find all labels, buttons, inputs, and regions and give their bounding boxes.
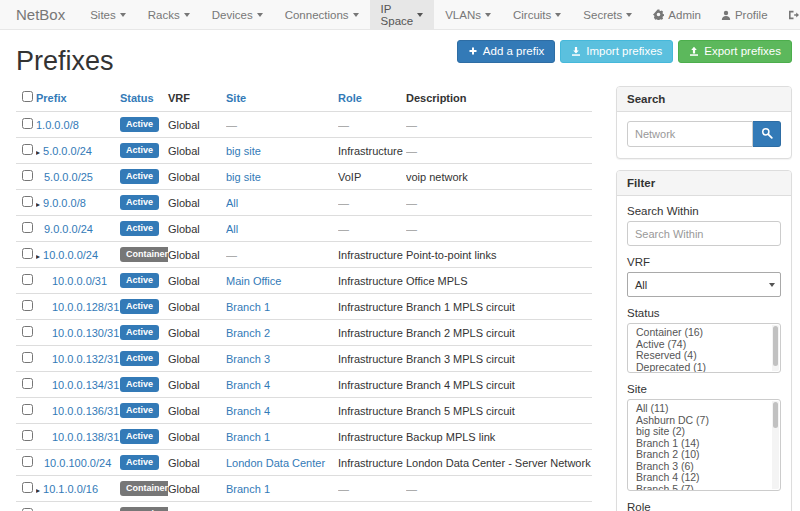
- site-link[interactable]: big site: [226, 145, 261, 157]
- site-option[interactable]: Branch 5 (7): [628, 484, 780, 492]
- site-link[interactable]: Branch 1: [226, 431, 270, 443]
- prefix-link[interactable]: 10.0.0.130/31: [52, 327, 119, 339]
- role-cell: Infrastructure: [338, 268, 406, 294]
- search-input[interactable]: [627, 121, 753, 147]
- row-checkbox[interactable]: [22, 196, 33, 207]
- site-link[interactable]: big site: [226, 171, 261, 183]
- nav-item-racks[interactable]: Racks: [137, 0, 201, 29]
- table-row: ▸5.0.0.0/24ActiveGlobalbig siteInfrastru…: [16, 138, 592, 164]
- row-checkbox[interactable]: [22, 144, 33, 155]
- vrf-cell: Global: [168, 476, 226, 502]
- prefix-link[interactable]: 10.0.100.0/24: [44, 457, 111, 469]
- column-sort-link[interactable]: Role: [338, 92, 362, 104]
- prefix-link[interactable]: 9.0.0.0/24: [44, 223, 93, 235]
- status-scrollbar[interactable]: [772, 325, 779, 371]
- nav-item-ip-space[interactable]: IP Space: [370, 0, 435, 29]
- nav-item-devices[interactable]: Devices: [201, 0, 274, 29]
- role-cell: Infrastructure: [338, 242, 406, 268]
- site-link[interactable]: All: [226, 197, 238, 209]
- site-link[interactable]: Branch 1: [226, 301, 270, 313]
- status-listbox[interactable]: Container (16)Active (74)Reserved (4)Dep…: [627, 323, 781, 373]
- status-option[interactable]: Reserved (4): [628, 350, 780, 362]
- column-sort-link[interactable]: Site: [226, 92, 246, 104]
- search-within-input[interactable]: [627, 221, 781, 246]
- prefix-link[interactable]: 10.0.0.132/31: [52, 353, 119, 365]
- site-option[interactable]: All (11): [628, 403, 780, 415]
- site-link[interactable]: Main Office: [226, 275, 281, 287]
- prefix-link[interactable]: 10.0.0.0/31: [52, 275, 107, 287]
- vrf-cell: Global: [168, 424, 226, 450]
- column-sort-link[interactable]: Status: [120, 92, 154, 104]
- export-prefixes-button[interactable]: Export prefixes: [678, 40, 792, 63]
- description-cell: London Data Center - Server Network: [406, 450, 592, 476]
- site-link[interactable]: Branch 1: [226, 483, 270, 495]
- nav-item-circuits[interactable]: Circuits: [502, 0, 572, 29]
- vrf-cell: Global: [168, 294, 226, 320]
- row-checkbox[interactable]: [22, 326, 33, 337]
- import-prefixes-button[interactable]: Import prefixes: [560, 40, 673, 63]
- column-sort-link[interactable]: Prefix: [36, 92, 67, 104]
- row-checkbox[interactable]: [22, 482, 33, 493]
- select-all-checkbox[interactable]: [22, 91, 33, 102]
- row-checkbox[interactable]: [22, 274, 33, 285]
- vrf-cell: Global: [168, 216, 226, 242]
- status-option[interactable]: Container (16): [628, 327, 780, 339]
- row-checkbox[interactable]: [22, 378, 33, 389]
- site-link[interactable]: Branch 4: [226, 405, 270, 417]
- prefix-link[interactable]: 10.0.0.134/31: [52, 379, 119, 391]
- row-checkbox[interactable]: [22, 404, 33, 415]
- site-link[interactable]: London Data Center: [226, 457, 325, 469]
- nav-item-secrets[interactable]: Secrets: [572, 0, 643, 29]
- nav-item-vlans[interactable]: VLANs: [434, 0, 502, 29]
- site-link[interactable]: Branch 4: [226, 379, 270, 391]
- row-checkbox[interactable]: [22, 456, 33, 467]
- brand[interactable]: NetBox: [0, 0, 79, 29]
- prefix-link[interactable]: 5.0.0.0/25: [44, 171, 93, 183]
- nav-item-sites[interactable]: Sites: [79, 0, 137, 29]
- search-within-label: Search Within: [627, 205, 781, 217]
- nav-item-admin[interactable]: Admin: [643, 0, 711, 29]
- row-checkbox[interactable]: [22, 248, 33, 259]
- prefix-link[interactable]: 1.0.0.0/8: [36, 119, 79, 131]
- table-row: 10.0.100.0/24ActiveGlobalLondon Data Cen…: [16, 450, 592, 476]
- add-a-prefix-button[interactable]: Add a prefix: [457, 40, 555, 63]
- vrf-select[interactable]: All: [627, 272, 781, 297]
- prefix-link[interactable]: 10.0.0.136/31: [52, 405, 119, 417]
- filter-panel-title: Filter: [617, 171, 791, 196]
- button-label: Export prefixes: [704, 45, 781, 57]
- chevron-down-icon: [769, 283, 775, 287]
- site-link[interactable]: Branch 3: [226, 353, 270, 365]
- prefix-link[interactable]: 9.0.0.0/8: [43, 197, 86, 209]
- prefix-link[interactable]: 10.1.0.0/16: [43, 483, 98, 495]
- status-badge: Active: [120, 299, 159, 314]
- row-checkbox[interactable]: [22, 118, 33, 129]
- row-checkbox[interactable]: [22, 170, 33, 181]
- row-checkbox[interactable]: [22, 222, 33, 233]
- row-checkbox[interactable]: [22, 300, 33, 311]
- prefix-link[interactable]: 5.0.0.0/24: [43, 145, 92, 157]
- site-listbox[interactable]: All (11)Ashburn DC (7)big site (2)Branch…: [627, 399, 781, 491]
- nav-item-profile[interactable]: Profile: [711, 0, 778, 29]
- search-button[interactable]: [753, 121, 781, 147]
- chevron-down-icon: [120, 13, 126, 17]
- logout-icon: [788, 10, 799, 20]
- status-option[interactable]: Deprecated (1): [628, 362, 780, 374]
- nav-item-connections[interactable]: Connections: [274, 0, 370, 29]
- site-link[interactable]: Branch 2: [226, 327, 270, 339]
- site-option[interactable]: Branch 4 (12): [628, 472, 780, 484]
- prefix-link[interactable]: 10.0.0.138/31: [52, 431, 119, 443]
- column-header-status: Status: [120, 86, 168, 112]
- site-option[interactable]: big site (2): [628, 426, 780, 438]
- vrf-label: VRF: [627, 256, 781, 268]
- row-checkbox[interactable]: [22, 430, 33, 441]
- row-checkbox[interactable]: [22, 352, 33, 363]
- prefix-link[interactable]: 10.0.0.128/31: [52, 301, 119, 313]
- site-option[interactable]: Branch 2 (10): [628, 449, 780, 461]
- tree-expand-icon: ▸: [36, 486, 40, 495]
- prefix-link[interactable]: 10.0.0.0/24: [43, 249, 98, 261]
- site-link[interactable]: All: [226, 223, 238, 235]
- site-scrollbar[interactable]: [772, 401, 779, 489]
- status-label: Status: [627, 307, 781, 319]
- nav-item-label: Connections: [285, 9, 349, 21]
- nav-item-log-out[interactable]: Log out: [778, 0, 800, 29]
